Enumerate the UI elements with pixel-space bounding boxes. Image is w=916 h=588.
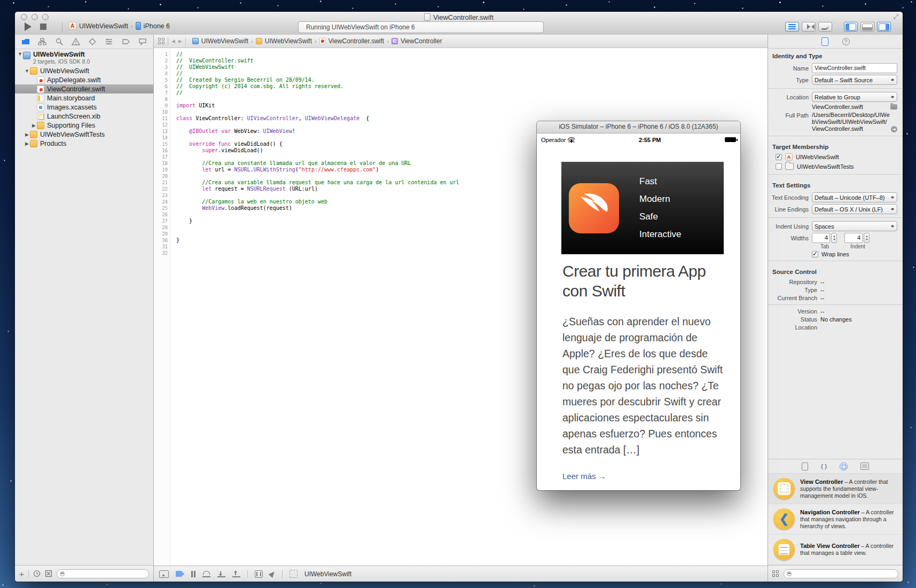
file-inspector-tab[interactable] xyxy=(821,37,828,46)
test-navigator-icon[interactable] xyxy=(88,38,97,45)
indent-using-dropdown[interactable]: Spaces xyxy=(812,221,897,231)
breadcrumb-item[interactable]: UIWebViewSwift xyxy=(256,37,312,45)
tree-item-viewcontroller-swift[interactable]: ViewController.swift xyxy=(15,84,153,93)
library-search-field[interactable] xyxy=(784,569,898,578)
disclosure-triangle[interactable]: ▼ xyxy=(24,68,30,74)
version-editor-button[interactable] xyxy=(818,22,832,32)
scheme-device[interactable]: iPhone 6 xyxy=(144,22,170,30)
breakpoint-navigator-icon[interactable] xyxy=(122,38,130,45)
forward-button[interactable]: ▶ xyxy=(178,38,182,44)
file-name-value: ViewController.swift xyxy=(812,104,863,110)
indent-width-stepper[interactable] xyxy=(864,233,870,243)
location-dropdown[interactable]: Relative to Group xyxy=(812,92,897,102)
pause-icon[interactable] xyxy=(191,571,195,577)
indent-width-field[interactable]: 4 xyxy=(844,233,863,243)
tree-item-images-xcassets[interactable]: Images.xcassets xyxy=(15,103,153,112)
tree-item-supporting-files[interactable]: ▶Supporting Files xyxy=(15,121,153,130)
process-name[interactable]: UIWebViewSwift xyxy=(304,570,351,578)
code-line-1[interactable]: 1// xyxy=(154,51,768,58)
line-number: 22 xyxy=(154,186,170,192)
tab-width-field[interactable]: 4 xyxy=(812,233,830,243)
step-into-icon[interactable] xyxy=(217,571,225,577)
code-line-8[interactable]: 8 xyxy=(154,96,768,103)
quick-help-tab[interactable]: ? xyxy=(842,38,850,45)
object-library-tab[interactable] xyxy=(840,462,848,471)
debug-navigator-icon[interactable] xyxy=(105,38,113,45)
code-snippet-library-tab[interactable]: { } xyxy=(821,463,827,469)
membership-checkbox[interactable] xyxy=(776,163,782,170)
disclosure-triangle[interactable]: ▼ xyxy=(17,51,23,57)
text-encoding-dropdown[interactable]: Default – Unicode (UTF–8) xyxy=(812,192,897,202)
find-navigator-icon[interactable] xyxy=(55,38,64,45)
library-item-table-view-controller[interactable]: Table View Controller – A controller tha… xyxy=(768,535,903,565)
code-line-3[interactable]: 3// UIWebViewSwift xyxy=(154,64,768,70)
navigator-filter-field[interactable] xyxy=(57,569,149,578)
tree-item-uiwebviewswift[interactable]: ▼UIWebViewSwift2 targets, iOS SDK 8.0 xyxy=(15,51,153,66)
standard-editor-button[interactable] xyxy=(785,22,799,32)
step-out-icon[interactable] xyxy=(232,571,240,577)
choose-location-folder-icon[interactable] xyxy=(890,104,897,109)
recent-files-filter-icon[interactable] xyxy=(33,570,41,577)
symbol-navigator-icon[interactable] xyxy=(38,38,46,45)
library-item-view-controller[interactable]: View Controller – A controller that supp… xyxy=(768,474,903,504)
assistant-editor-button[interactable] xyxy=(802,22,816,32)
code-line-7[interactable]: 7// xyxy=(154,90,768,96)
report-navigator-icon[interactable] xyxy=(138,38,147,45)
tab-width-stepper[interactable] xyxy=(831,233,837,243)
breadcrumb-item[interactable]: UIWebViewSwift xyxy=(192,37,248,45)
add-button[interactable]: + xyxy=(19,569,24,578)
toggle-utilities-button[interactable] xyxy=(877,22,891,32)
tree-item-uiwebviewswifttests[interactable]: ▶UIWebViewSwiftTests xyxy=(15,130,153,139)
fullscreen-icon[interactable]: ⤢ xyxy=(893,13,898,20)
scheme-name[interactable]: UIWebViewSwift xyxy=(79,22,128,30)
view-hierarchy-icon[interactable] xyxy=(255,570,263,578)
breadcrumb-item[interactable]: CViewController xyxy=(392,37,442,45)
disclosure-triangle[interactable]: ▶ xyxy=(24,141,30,146)
scheme-selector[interactable]: A UIWebViewSwift › iPhone 6 xyxy=(68,22,170,30)
library-view-mode-icon[interactable] xyxy=(772,570,779,577)
line-endings-dropdown[interactable]: Default – OS X / Unix (LF) xyxy=(812,204,897,214)
file-template-library-tab[interactable] xyxy=(802,462,808,471)
code-line-4[interactable]: 4// xyxy=(154,70,768,77)
tree-item-launchscreen-xib[interactable]: LaunchScreen.xib xyxy=(15,112,153,121)
disclosure-triangle[interactable]: ▶ xyxy=(24,132,30,137)
breadcrumb-item[interactable]: ViewController.swift xyxy=(319,37,384,45)
code-line-5[interactable]: 5// Created by Sergio Becerril on 28/09/… xyxy=(154,77,768,83)
read-more-link[interactable]: Leer más → xyxy=(562,472,725,481)
separator xyxy=(282,570,283,578)
tree-item-main-storyboard[interactable]: Main.storyboard xyxy=(15,93,153,103)
tree-item-products[interactable]: ▶Products xyxy=(15,139,153,148)
repository-value: -- xyxy=(820,279,824,285)
wrap-lines-checkbox[interactable] xyxy=(812,251,818,257)
project-navigator-icon[interactable] xyxy=(21,38,30,45)
reveal-in-finder-icon[interactable]: ➜ xyxy=(891,126,897,132)
code-line-9[interactable]: 9import UIKit xyxy=(154,103,768,109)
issue-navigator-icon[interactable] xyxy=(72,38,80,45)
tree-item-appdelegate-swift[interactable]: AppDelegate.swift xyxy=(15,75,153,84)
run-button[interactable] xyxy=(25,22,32,31)
unsaved-files-filter-icon[interactable] xyxy=(45,570,52,577)
library-item-navigation-controller[interactable]: ❮Navigation Controller – A controller th… xyxy=(768,504,903,535)
toggle-navigator-button[interactable] xyxy=(844,22,858,32)
code-line-6[interactable]: 6// Copyright (c) 2014 com.sbg. All righ… xyxy=(154,83,768,90)
breakpoints-toggle-icon[interactable] xyxy=(176,571,184,577)
media-library-tab[interactable] xyxy=(860,462,869,470)
file-type-dropdown[interactable]: Default – Swift Source xyxy=(812,75,897,85)
tree-item-uiwebviewswift[interactable]: ▼UIWebViewSwift xyxy=(15,66,153,75)
code-line-10[interactable]: 10 xyxy=(154,109,768,115)
simulator-title-bar[interactable]: iOS Simulator – iPhone 6 – iPhone 6 / iO… xyxy=(537,121,740,134)
step-over-icon[interactable] xyxy=(202,571,210,577)
related-items-icon[interactable] xyxy=(158,38,165,44)
name-field[interactable]: ViewController.swift xyxy=(812,63,897,73)
disclosure-triangle[interactable]: ▶ xyxy=(31,123,37,128)
back-button[interactable]: ◀ xyxy=(171,38,175,44)
membership-checkbox[interactable] xyxy=(776,154,782,160)
code-line-2[interactable]: 2// ViewController.swift xyxy=(154,58,768,64)
simulate-location-icon[interactable] xyxy=(269,570,277,578)
swift-bird-icon xyxy=(576,191,612,226)
swift-icon xyxy=(319,38,326,44)
line-number: 17 xyxy=(154,154,170,160)
toggle-debug-area-button[interactable] xyxy=(860,22,874,32)
hide-debug-area-icon[interactable] xyxy=(159,570,169,578)
stop-button[interactable] xyxy=(40,23,46,30)
